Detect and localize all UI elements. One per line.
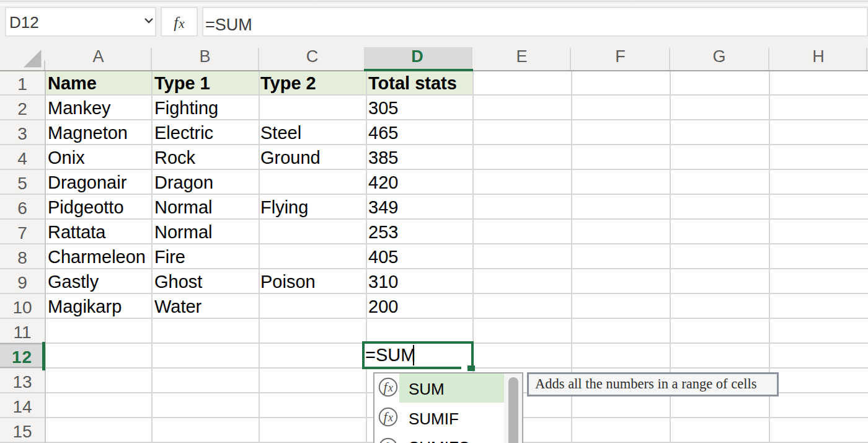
svg-text:x: x bbox=[388, 382, 393, 394]
svg-text:x: x bbox=[388, 411, 393, 424]
